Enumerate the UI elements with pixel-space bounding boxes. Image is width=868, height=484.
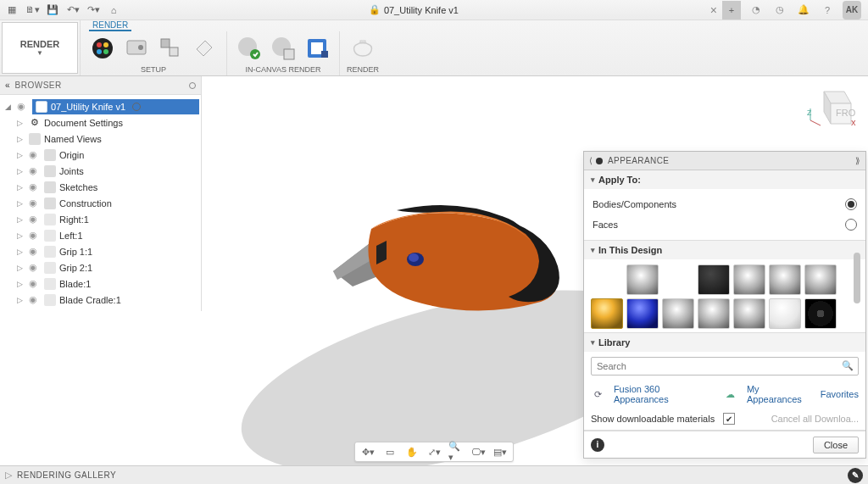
- expand-icon[interactable]: ▷: [17, 167, 25, 175]
- tree-row[interactable]: ▷◉Blade:1: [2, 275, 199, 292]
- active-component-indicator[interactable]: [132, 103, 141, 111]
- capture-image-button[interactable]: [302, 33, 332, 64]
- new-tab-button[interactable]: +: [722, 1, 741, 19]
- expand-icon[interactable]: ▷: [17, 215, 25, 224]
- decal-button[interactable]: [189, 33, 220, 64]
- expand-icon[interactable]: ▷: [17, 248, 25, 256]
- info-icon[interactable]: i: [591, 438, 604, 452]
- statusbar-expand-icon[interactable]: ▷: [5, 470, 12, 481]
- visibility-icon[interactable]: ◉: [29, 278, 41, 289]
- feedback-icon[interactable]: ✎: [848, 468, 863, 483]
- apps-grid-icon[interactable]: ▦: [3, 2, 20, 19]
- panel-collapse-left-icon[interactable]: ⟨: [589, 156, 593, 165]
- visibility-icon[interactable]: ◉: [29, 262, 41, 273]
- visibility-icon[interactable]: ◉: [29, 197, 41, 209]
- visibility-icon[interactable]: ◉: [29, 246, 41, 257]
- user-avatar[interactable]: AK: [843, 1, 861, 19]
- expand-icon[interactable]: ▷: [17, 183, 25, 192]
- display-settings-icon[interactable]: 🖵▾: [470, 444, 486, 459]
- expand-icon[interactable]: ▷: [17, 280, 25, 288]
- swatch-scrollbar[interactable]: [854, 241, 862, 332]
- visibility-icon[interactable]: ◉: [17, 101, 29, 112]
- tab-my-appearances[interactable]: My Appearances: [747, 384, 812, 404]
- radio-faces[interactable]: [845, 219, 857, 231]
- zoom-icon[interactable]: ⤢▾: [426, 444, 442, 459]
- material-swatch[interactable]: [626, 298, 659, 329]
- save-icon[interactable]: 💾: [44, 2, 61, 19]
- visibility-icon[interactable]: ◉: [29, 230, 41, 241]
- material-swatch[interactable]: [769, 298, 801, 329]
- visibility-icon[interactable]: ◉: [29, 294, 41, 305]
- material-swatch[interactable]: [804, 264, 837, 295]
- tree-row[interactable]: ▷◉Sketches: [2, 179, 199, 195]
- material-swatch[interactable]: [591, 298, 623, 329]
- tree-root-row[interactable]: ◢ ◉ ▭ 07_Utility Knife v1: [2, 98, 199, 114]
- option-faces[interactable]: Faces: [593, 214, 857, 235]
- radio-bodies[interactable]: [845, 198, 857, 210]
- expand-icon[interactable]: ▷: [17, 296, 25, 304]
- material-swatch[interactable]: [626, 264, 659, 295]
- refresh-icon[interactable]: ⟳: [591, 387, 605, 402]
- apply-to-section-head[interactable]: Apply To:: [584, 170, 865, 189]
- material-swatch[interactable]: [733, 264, 765, 295]
- visibility-icon[interactable]: ◉: [29, 165, 41, 176]
- expand-icon[interactable]: ▷: [17, 135, 25, 143]
- file-icon[interactable]: 🗎▾: [24, 2, 41, 19]
- tree-row[interactable]: ▷⚙Document Settings: [2, 114, 199, 131]
- tree-row[interactable]: ▷Named Views: [2, 131, 199, 147]
- expand-icon[interactable]: ▷: [17, 264, 25, 272]
- tree-row[interactable]: ▷◉Grip 1:1: [2, 243, 199, 259]
- render-teapot-button[interactable]: [348, 33, 378, 64]
- undo-icon[interactable]: ↶▾: [64, 2, 81, 19]
- appearance-button[interactable]: [87, 33, 118, 64]
- expand-icon[interactable]: ◢: [5, 103, 14, 111]
- visibility-icon[interactable]: ◉: [29, 149, 41, 160]
- texture-map-button[interactable]: [155, 33, 186, 64]
- expand-icon[interactable]: ▷: [17, 151, 25, 159]
- material-swatch[interactable]: [662, 298, 694, 329]
- library-search-input[interactable]: [591, 357, 859, 376]
- tab-close-button[interactable]: ×: [705, 3, 722, 17]
- search-icon[interactable]: 🔍: [842, 360, 854, 371]
- cancel-downloads-link[interactable]: Cancel all Downloa...: [771, 414, 859, 424]
- material-swatch[interactable]: [733, 298, 765, 329]
- appearance-header[interactable]: ⟨ APPEARANCE ⟫: [584, 152, 865, 170]
- tree-row[interactable]: ▷◉Joints: [2, 163, 199, 179]
- material-swatch[interactable]: [804, 298, 837, 329]
- option-bodies[interactable]: Bodies/Components: [593, 194, 857, 214]
- incanvas-render-button[interactable]: [234, 33, 264, 64]
- job-status-icon[interactable]: ◷: [771, 2, 788, 19]
- expand-icon[interactable]: ▷: [17, 199, 25, 208]
- visibility-icon[interactable]: ◉: [29, 181, 41, 192]
- library-head[interactable]: Library: [584, 333, 865, 352]
- tab-favorites[interactable]: Favorites: [821, 389, 859, 399]
- material-swatch[interactable]: [698, 298, 730, 329]
- orbit-icon[interactable]: ✥▾: [360, 444, 376, 459]
- expand-icon[interactable]: ▷: [17, 231, 25, 240]
- rendering-gallery-label[interactable]: RENDERING GALLERY: [17, 470, 116, 480]
- visibility-icon[interactable]: ◉: [29, 214, 41, 225]
- pan-icon[interactable]: ✋: [404, 444, 420, 459]
- browser-pin-icon[interactable]: [189, 82, 196, 89]
- extensions-icon[interactable]: ◔: [748, 2, 765, 19]
- workspace-switcher[interactable]: RENDER ▼: [2, 22, 78, 74]
- look-at-icon[interactable]: ▭: [382, 444, 398, 459]
- close-button[interactable]: Close: [813, 437, 859, 453]
- incanvas-settings-button[interactable]: [268, 33, 298, 64]
- tree-row[interactable]: ▷◉Left:1: [2, 227, 199, 243]
- help-icon[interactable]: ?: [819, 2, 836, 19]
- tree-row[interactable]: ▷◉Construction: [2, 195, 199, 211]
- home-icon[interactable]: ⌂: [105, 2, 122, 19]
- scene-settings-button[interactable]: [121, 33, 152, 64]
- material-swatch[interactable]: [698, 264, 730, 295]
- fit-icon[interactable]: 🔍▾: [448, 444, 464, 459]
- tab-fusion-appearances[interactable]: Fusion 360 Appearances: [614, 384, 710, 404]
- expand-icon[interactable]: ▷: [17, 119, 25, 127]
- view-cube[interactable]: FRONT z x: [805, 83, 856, 134]
- notifications-icon[interactable]: 🔔: [795, 2, 812, 19]
- material-swatch[interactable]: [769, 264, 801, 295]
- in-this-design-head[interactable]: In This Design: [584, 241, 865, 259]
- tree-row[interactable]: ▷◉Right:1: [2, 211, 199, 227]
- grid-settings-icon[interactable]: ▤▾: [492, 444, 508, 459]
- tab-render[interactable]: RENDER: [89, 20, 131, 31]
